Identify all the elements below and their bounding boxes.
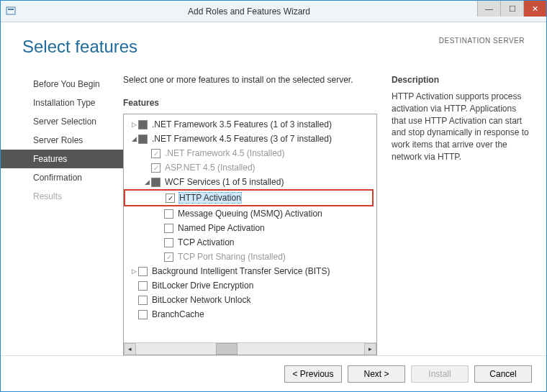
tree-row[interactable]: ▷Background Intelligent Transfer Service… — [124, 264, 376, 278]
nav-item-before-you-begin[interactable]: Before You Begin — [1, 75, 123, 94]
nav-item-installation-type[interactable]: Installation Type — [1, 94, 123, 112]
tree-item-label[interactable]: .NET Framework 4.5 Features (3 of 7 inst… — [152, 134, 332, 144]
nav-item-features[interactable]: Features — [1, 150, 123, 168]
tree-row[interactable]: TCP Port Sharing (Installed) — [124, 250, 376, 264]
titlebar[interactable]: Add Roles and Features Wizard — ☐ ✕ — [1, 1, 546, 22]
nav-item-results: Results — [1, 187, 123, 206]
nav-item-server-selection[interactable]: Server Selection — [1, 112, 123, 131]
scroll-track[interactable] — [136, 343, 364, 355]
tree-item-label[interactable]: .NET Framework 3.5 Features (1 of 3 inst… — [152, 119, 332, 129]
tree-row[interactable]: ASP.NET 4.5 (Installed) — [124, 160, 376, 175]
checkbox[interactable] — [151, 149, 161, 158]
svg-rect-1 — [8, 9, 14, 10]
content-area: Select features DESTINATION SERVER Befor… — [1, 22, 546, 391]
svg-rect-0 — [6, 7, 15, 14]
description-text: HTTP Activation supports process activat… — [392, 91, 532, 163]
tree-row[interactable]: ◢.NET Framework 4.5 Features (3 of 7 ins… — [124, 132, 376, 146]
expander-icon[interactable]: ◢ — [143, 178, 151, 186]
tree-item-label[interactable]: Named Pipe Activation — [178, 223, 265, 233]
window-controls: — ☐ ✕ — [477, 1, 546, 22]
maximize-button[interactable]: ☐ — [500, 1, 523, 17]
features-tree: ▷.NET Framework 3.5 Features (1 of 3 ins… — [123, 114, 377, 355]
checkbox[interactable] — [138, 310, 148, 319]
checkbox[interactable] — [164, 238, 173, 247]
description-column: Description HTTP Activation supports pro… — [392, 75, 532, 355]
checkbox[interactable] — [164, 224, 173, 233]
horizontal-scrollbar[interactable]: ◂ ▸ — [124, 342, 376, 355]
tree-row[interactable]: BranchCache — [124, 307, 376, 322]
tree-item-label[interactable]: HTTP Activation — [179, 193, 241, 203]
footer-buttons: < Previous Next > Install Cancel — [1, 355, 546, 391]
expander-icon[interactable]: ▷ — [130, 121, 138, 128]
next-button[interactable]: Next > — [348, 365, 405, 383]
nav-item-confirmation[interactable]: Confirmation — [1, 168, 123, 187]
expander-icon[interactable]: ▷ — [130, 268, 138, 275]
body: Before You BeginInstallation TypeServer … — [1, 64, 546, 355]
tree-row[interactable]: .NET Framework 4.5 (Installed) — [124, 146, 376, 160]
minimize-button[interactable]: — — [477, 1, 500, 17]
tree-row[interactable]: BitLocker Network Unlock — [124, 293, 376, 307]
tree-row[interactable]: ▷.NET Framework 3.5 Features (1 of 3 ins… — [124, 117, 376, 132]
expander-icon[interactable]: ◢ — [130, 135, 138, 142]
instruction-text: Select one or more features to install o… — [123, 75, 377, 85]
tree-item-label[interactable]: TCP Port Sharing (Installed) — [178, 252, 286, 262]
tree-row[interactable]: TCP Activation — [124, 235, 376, 250]
wizard-window: Add Roles and Features Wizard — ☐ ✕ Sele… — [0, 0, 547, 392]
tree-item-label[interactable]: ASP.NET 4.5 (Installed) — [165, 163, 256, 173]
tree-row[interactable]: Named Pipe Activation — [124, 221, 376, 235]
page-title: Select features — [22, 37, 137, 57]
checkbox[interactable] — [151, 178, 161, 187]
checkbox[interactable] — [138, 281, 148, 291]
close-button[interactable]: ✕ — [523, 1, 546, 17]
tree-row[interactable]: ◢WCF Services (1 of 5 installed) — [124, 175, 376, 189]
checkbox[interactable] — [138, 267, 148, 276]
sidebar: Before You BeginInstallation TypeServer … — [1, 64, 123, 355]
tree-item-label[interactable]: .NET Framework 4.5 (Installed) — [165, 148, 285, 158]
tree-row[interactable]: HTTP Activation — [125, 191, 372, 205]
highlight-box: HTTP Activation — [124, 189, 374, 206]
tree-row[interactable]: Message Queuing (MSMQ) Activation — [124, 206, 376, 221]
tree-item-label[interactable]: TCP Activation — [178, 237, 234, 247]
header-row: Select features DESTINATION SERVER — [1, 22, 546, 64]
install-button[interactable]: Install — [411, 365, 469, 383]
tree-row[interactable]: BitLocker Drive Encryption — [124, 278, 376, 293]
scroll-left-arrow-icon[interactable]: ◂ — [124, 343, 136, 355]
description-heading: Description — [392, 75, 532, 85]
tree-item-label[interactable]: WCF Services (1 of 5 installed) — [165, 177, 284, 187]
tree-item-label[interactable]: BitLocker Drive Encryption — [152, 281, 253, 291]
checkbox[interactable] — [164, 209, 173, 219]
tree-scroll-area[interactable]: ▷.NET Framework 3.5 Features (1 of 3 ins… — [124, 114, 376, 342]
tree-item-label[interactable]: Background Intelligent Transfer Service … — [152, 266, 330, 276]
checkbox[interactable] — [138, 296, 148, 305]
checkbox[interactable] — [138, 120, 148, 129]
destination-server-label: DESTINATION SERVER — [439, 37, 525, 45]
checkbox[interactable] — [138, 135, 148, 144]
window-title: Add Roles and Features Wizard — [21, 6, 477, 17]
tree-item-label[interactable]: BranchCache — [152, 309, 204, 319]
scroll-thumb[interactable] — [216, 343, 238, 355]
features-heading: Features — [123, 98, 377, 108]
checkbox[interactable] — [166, 193, 175, 203]
checkbox[interactable] — [164, 252, 173, 262]
checkbox[interactable] — [151, 163, 161, 173]
nav-item-server-roles[interactable]: Server Roles — [1, 131, 123, 150]
tree-item-label[interactable]: Message Queuing (MSMQ) Activation — [178, 209, 322, 219]
features-column: Select one or more features to install o… — [123, 75, 377, 355]
cancel-button[interactable]: Cancel — [474, 365, 532, 383]
main-panel: Select one or more features to install o… — [123, 64, 532, 355]
tree-item-label[interactable]: BitLocker Network Unlock — [152, 295, 250, 305]
scroll-right-arrow-icon[interactable]: ▸ — [364, 343, 376, 355]
app-icon — [5, 6, 17, 17]
previous-button[interactable]: < Previous — [284, 365, 342, 383]
